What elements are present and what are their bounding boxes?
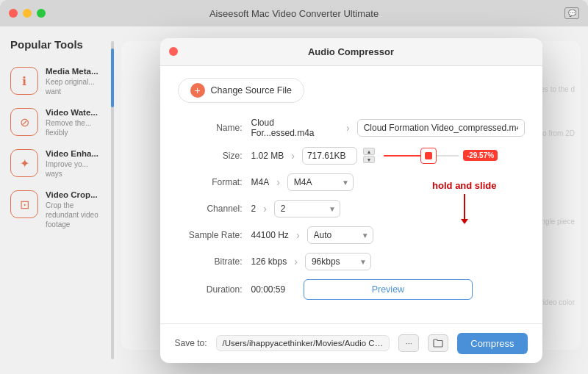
bitrate-original-value: 126 kbps [251,256,287,267]
crop-icon: ⊡ [10,190,38,218]
format-label: Format: [178,177,251,187]
channel-select[interactable]: 2 [274,200,340,217]
format-select[interactable]: M4A [287,173,354,191]
info-icon: ℹ [10,67,38,95]
percent-badge: -29.57% [463,150,498,161]
enhance-icon: ✦ [10,149,38,177]
modal-footer: Save to: /Users/ihappyacethinker/Movies/… [160,323,542,363]
sidebar-item-title: Video Enha... [46,149,104,158]
sidebar: Popular Tools ℹ Media Meta... Keep origi… [0,26,114,374]
modal-close-button[interactable] [169,47,178,56]
sidebar-item-title: Video Wate... [46,108,104,117]
sidebar-item-title: Media Meta... [46,67,104,76]
spinner-down-button[interactable]: ▼ [363,156,375,163]
sidebar-item-video-enha[interactable]: ✦ Video Enha... Improve yo... ways [7,143,107,184]
format-original-value: M4A [251,177,270,187]
modal-body: + Change Source File Name: Cloud For...e… [160,66,542,323]
arrow-icon: › [263,203,267,215]
compress-button[interactable]: Compress [457,333,527,354]
arrow-icon: › [276,176,280,188]
annotation-text: hold and slide [432,180,496,191]
duration-label: Duration: [178,284,251,295]
sample-rate-row: Sample Rate: 44100 Hz › Auto ▼ [178,226,525,244]
save-to-label: Save to: [175,338,207,348]
preview-button[interactable]: Preview [304,279,473,300]
change-source-button[interactable]: + Change Source File [178,78,304,103]
slider-group: -29.57% [384,148,498,164]
size-output-input[interactable] [302,147,357,165]
channel-label: Channel: [178,204,251,214]
sidebar-item-video-water[interactable]: ⊘ Video Wate... Remove the... flexibly [7,102,107,143]
chat-icon[interactable]: 💬 [564,7,579,19]
size-row: Size: 1.02 MB › ▲ ▼ [178,147,525,165]
bg-snippet-1: es to the d [540,85,575,93]
duration-value: 00:00:59 [251,284,286,295]
bitrate-select-wrapper: 96kbps ▼ [305,253,371,270]
arrow-icon: › [296,229,300,241]
size-output-group: ▲ ▼ [302,147,498,165]
sidebar-item-desc: Crop the redundant video footage [46,201,104,229]
folder-icon [433,339,443,348]
annotation-arrowhead [461,219,468,224]
channel-original-value: 2 [251,204,257,214]
hold-and-slide-annotation: hold and slide [432,180,496,220]
sidebar-title: Popular Tools [7,38,107,51]
bitrate-label: Bitrate: [178,256,251,267]
size-original-value: 1.02 MB [251,151,284,161]
sidebar-item-desc: Improve yo... ways [46,159,104,179]
plus-icon: + [190,83,205,98]
app-body: Popular Tools ℹ Media Meta... Keep origi… [0,26,588,374]
close-button[interactable] [9,9,18,18]
sidebar-item-video-crop[interactable]: ⊡ Video Crop... Crop the redundant video… [7,184,107,235]
sample-rate-select-wrapper: Auto ▼ [307,226,373,244]
name-output-input[interactable] [357,119,525,137]
format-select-wrapper: M4A ▼ [287,173,354,191]
sidebar-item-desc: Keep original... want [46,77,104,96]
sidebar-item-desc: Remove the... flexibly [46,118,104,137]
arrow-icon: › [291,150,295,162]
name-row: Name: Cloud For...essed.m4a › [178,118,525,138]
arrow-icon: › [346,122,350,134]
sample-rate-label: Sample Rate: [178,230,251,240]
title-bar: Aiseesoft Mac Video Converter Ultimate 💬 [0,0,588,26]
annotation-arrow-shaft [464,194,465,220]
folder-button[interactable] [428,334,448,352]
size-label: Size: [178,151,251,161]
sidebar-item-title: Video Crop... [46,190,104,199]
sample-rate-original-value: 44100 Hz [251,230,289,240]
name-label: Name: [178,123,251,133]
bitrate-select[interactable]: 96kbps [305,253,371,270]
slider-line-right [437,155,459,157]
audio-compressor-modal: Audio Compressor + Change Source File Na… [160,38,542,363]
watermark-icon: ⊘ [10,108,38,136]
channel-select-wrapper: 2 ▼ [274,200,340,217]
change-source-label: Change Source File [211,85,292,96]
maximize-button[interactable] [37,9,46,18]
traffic-lights [9,9,46,18]
arrow-icon: › [294,256,298,267]
save-path: /Users/ihappyacethinker/Movies/Audio Com… [216,335,390,351]
minimize-button[interactable] [23,9,32,18]
spinner-up-button[interactable]: ▲ [363,148,375,155]
more-options-button[interactable]: ··· [398,334,419,352]
slider-handle-inner [425,152,432,159]
slider-handle[interactable] [420,148,437,164]
sidebar-item-media-meta[interactable]: ℹ Media Meta... Keep original... want [7,61,107,102]
duration-row: Duration: 00:00:59 › Preview [178,279,525,300]
modal-title-bar: Audio Compressor [160,38,542,66]
main-content: es to the d video from 2D to a single pi… [114,26,588,374]
spinner-buttons: ▲ ▼ [363,148,375,163]
name-original-value: Cloud For...essed.m4a [251,118,340,138]
slider-line [384,155,420,157]
sample-rate-select[interactable]: Auto [307,226,373,244]
app-title: Aiseesoft Mac Video Converter Ultimate [209,8,379,19]
modal-title: Audio Compressor [308,46,394,57]
bitrate-row: Bitrate: 126 kbps › 96kbps ▼ [178,253,525,270]
